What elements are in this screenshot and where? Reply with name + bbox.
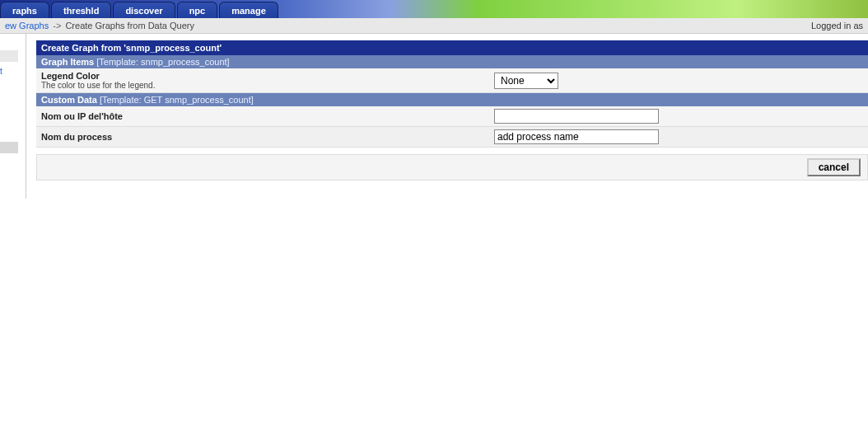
sidebar: t: [0, 34, 26, 199]
breadcrumb-link-new-graphs[interactable]: ew Graphs: [5, 21, 49, 30]
process-name-input[interactable]: [494, 129, 659, 144]
cancel-button[interactable]: [807, 158, 861, 176]
tab-discover[interactable]: discover: [113, 2, 175, 18]
label-title: Nom ou IP del'hôte: [41, 111, 494, 121]
breadcrumb-current: Create Graphs from Data Query: [65, 21, 194, 30]
content-area: Create Graph from 'snmp_process_count' G…: [26, 34, 868, 199]
form-control: None: [494, 73, 863, 89]
section-template: [Template: snmp_process_count]: [96, 57, 229, 67]
tab-manage[interactable]: manage: [219, 2, 278, 18]
section-graph-items: Graph Items [Template: snmp_process_coun…: [36, 55, 868, 68]
section-label: Graph Items: [41, 57, 94, 67]
section-template: [Template: GET snmp_process_count]: [100, 95, 254, 105]
button-row: [36, 154, 868, 181]
breadcrumb-separator: ->: [53, 21, 61, 30]
sidebar-block: [0, 50, 18, 62]
row-host-ip: Nom ou IP del'hôte: [36, 106, 868, 127]
logged-in-status: Logged in as: [811, 21, 863, 30]
panel-title: Create Graph from 'snmp_process_count': [36, 40, 868, 55]
label-desc: The color to use for the legend.: [41, 81, 494, 90]
tab-npc[interactable]: npc: [177, 2, 218, 18]
sidebar-link[interactable]: t: [0, 67, 26, 76]
tabs-container: raphs threshld discover npc manage: [0, 2, 278, 18]
section-label: Custom Data: [41, 95, 97, 105]
section-custom-data: Custom Data [Template: GET snmp_process_…: [36, 93, 868, 106]
tab-graphs[interactable]: raphs: [0, 2, 49, 18]
label-title: Legend Color: [41, 71, 494, 81]
tab-threshld[interactable]: threshld: [51, 2, 111, 18]
row-legend-color: Legend Color The color to use for the le…: [36, 68, 868, 93]
host-ip-input[interactable]: [494, 109, 659, 124]
form-label: Nom ou IP del'hôte: [41, 111, 494, 121]
legend-color-select[interactable]: None: [494, 73, 558, 89]
label-title: Nom du process: [41, 132, 494, 142]
form-label: Legend Color The color to use for the le…: [41, 71, 494, 90]
form-control: [494, 109, 863, 124]
main-wrapper: t Create Graph from 'snmp_process_count'…: [0, 34, 868, 199]
breadcrumb: ew Graphs -> Create Graphs from Data Que…: [0, 18, 868, 34]
form-control: [494, 129, 863, 144]
top-tab-bar: raphs threshld discover npc manage: [0, 0, 868, 18]
sidebar-block-2: [0, 142, 18, 153]
form-label: Nom du process: [41, 132, 494, 142]
row-process-name: Nom du process: [36, 127, 868, 148]
